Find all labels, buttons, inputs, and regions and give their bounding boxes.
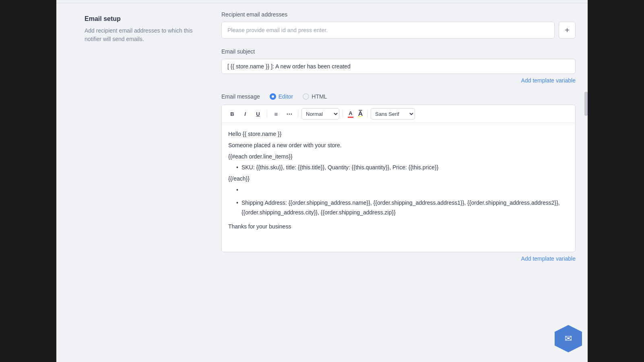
italic-button[interactable]: I xyxy=(239,108,251,119)
email-input-row: + xyxy=(221,22,576,39)
recipient-label: Recipient email addresses xyxy=(221,11,576,18)
editor-container: B I U ≡ ⋯ Normal Heading xyxy=(221,105,576,252)
editor-bullet-sku: SKU: {{this.sku}}, title: {{this.title}}… xyxy=(228,163,569,173)
html-radio-label: HTML xyxy=(312,93,327,100)
toolbar-divider-1 xyxy=(267,110,267,118)
highlight-button[interactable]: A̅ xyxy=(357,109,364,118)
email-message-section: Email message Editor HTML xyxy=(221,93,576,263)
editor-bullet-shipping-text: Shipping Address: {{order.shipping_addre… xyxy=(242,198,569,218)
editor-line-1: Hello {{ store.name }} xyxy=(228,130,569,139)
section-description: Add recipient email addresses to which t… xyxy=(85,27,201,43)
editor-bullet-sku-text: SKU: {{this.sku}}, title: {{this.title}}… xyxy=(242,163,439,173)
font-family-select[interactable]: Sans Serif Serif Monospace xyxy=(371,108,415,119)
add-template-variable-link-bottom[interactable]: Add template variable xyxy=(221,255,576,262)
page-scrollbar[interactable] xyxy=(584,3,588,362)
toolbar-divider-2 xyxy=(298,110,298,118)
add-template-variable-link-subject[interactable]: Add template variable xyxy=(221,77,576,84)
message-label: Email message xyxy=(221,93,260,100)
bold-button[interactable]: B xyxy=(227,108,238,119)
chat-icon: ✉ xyxy=(565,333,572,344)
main-panel: Recipient email addresses + Email subjec… xyxy=(213,3,588,362)
email-subject-section: Email subject [ {{ store.name }} ]: A ne… xyxy=(221,48,576,84)
ordered-list-icon: ≡ xyxy=(275,111,278,117)
email-input[interactable] xyxy=(221,22,555,39)
subject-input[interactable]: [ {{ store.name }} ]: A new order has be… xyxy=(221,59,576,74)
toolbar-divider-3 xyxy=(343,110,343,118)
editor-radio-button[interactable] xyxy=(270,93,276,100)
ordered-list-button[interactable]: ≡ xyxy=(270,108,282,119)
editor-line-11: Thanks for your business xyxy=(228,222,569,232)
editor-line-3: Someone placed a new order with your sto… xyxy=(228,141,569,150)
editor-toolbar: B I U ≡ ⋯ Normal Heading xyxy=(222,105,575,123)
html-radio-option[interactable]: HTML xyxy=(303,93,327,100)
page-scrollbar-thumb xyxy=(584,92,588,116)
bullet-dot: • xyxy=(236,198,238,218)
top-bar xyxy=(56,0,588,3)
editor-line-5: {{#each order.line_items}} xyxy=(228,152,569,162)
font-color-letter: A xyxy=(349,110,352,116)
html-radio-button[interactable] xyxy=(303,93,309,100)
unordered-list-button[interactable]: ⋯ xyxy=(283,108,295,119)
unordered-list-icon: ⋯ xyxy=(286,110,292,117)
editor-radio-label: Editor xyxy=(279,93,293,100)
highlight-icon: A̅ xyxy=(358,110,362,117)
editor-radio-option[interactable]: Editor xyxy=(270,93,293,100)
bottom-link-row: Add template variable xyxy=(221,252,576,263)
page-wrapper: Email setup Add recipient email addresse… xyxy=(56,0,588,362)
section-title: Email setup xyxy=(85,15,201,23)
add-email-button[interactable]: + xyxy=(559,22,576,39)
editor-content[interactable]: Hello {{ store.name }} Someone placed a … xyxy=(222,123,575,252)
font-color-bar xyxy=(348,117,353,118)
subject-label: Email subject xyxy=(221,48,576,55)
format-select[interactable]: Normal Heading 1 Heading 2 xyxy=(301,108,339,119)
toolbar-divider-4 xyxy=(367,110,367,118)
editor-line-7: {{/each}} xyxy=(228,174,569,184)
message-header: Email message Editor HTML xyxy=(221,93,576,100)
editor-bullet-shipping: • Shipping Address: {{order.shipping_add… xyxy=(228,185,569,217)
underline-button[interactable]: U xyxy=(252,108,264,119)
font-color-button[interactable]: A xyxy=(346,109,355,119)
content-area: Email setup Add recipient email addresse… xyxy=(56,3,588,362)
left-panel: Email setup Add recipient email addresse… xyxy=(56,3,213,362)
